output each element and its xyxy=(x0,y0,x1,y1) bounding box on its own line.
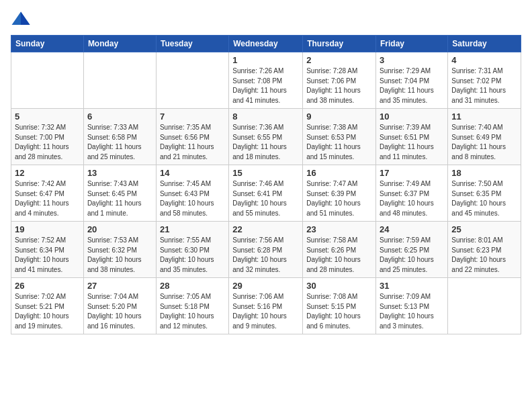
day-number: 15 xyxy=(232,168,299,178)
day-number: 2 xyxy=(306,55,372,65)
day-number: 28 xyxy=(160,281,225,291)
day-info: Sunrise: 7:40 AMSunset: 6:49 PMDaylight:… xyxy=(451,123,517,162)
day-info: Sunrise: 7:46 AMSunset: 6:41 PMDaylight:… xyxy=(232,179,299,218)
calendar-cell: 1Sunrise: 7:26 AMSunset: 7:08 PMDaylight… xyxy=(229,52,303,109)
calendar-cell: 30Sunrise: 7:08 AMSunset: 5:15 PMDayligh… xyxy=(303,278,376,334)
weekday-header-wednesday: Wednesday xyxy=(229,36,303,52)
day-number: 19 xyxy=(15,224,80,234)
week-row-4: 19Sunrise: 7:52 AMSunset: 6:34 PMDayligh… xyxy=(11,222,521,278)
calendar-cell xyxy=(83,52,156,109)
calendar-cell: 26Sunrise: 7:02 AMSunset: 5:21 PMDayligh… xyxy=(11,278,84,334)
day-info: Sunrise: 7:35 AMSunset: 6:56 PMDaylight:… xyxy=(160,123,225,162)
day-number: 14 xyxy=(160,168,225,178)
day-number: 1 xyxy=(232,55,299,65)
weekday-header-row: SundayMondayTuesdayWednesdayThursdayFrid… xyxy=(11,36,521,52)
day-info: Sunrise: 7:06 AMSunset: 5:16 PMDaylight:… xyxy=(232,292,299,331)
weekday-header-sunday: Sunday xyxy=(11,36,84,52)
day-number: 13 xyxy=(87,168,152,178)
day-number: 21 xyxy=(160,224,225,234)
weekday-header-friday: Friday xyxy=(376,36,448,52)
day-info: Sunrise: 7:56 AMSunset: 6:28 PMDaylight:… xyxy=(232,236,299,275)
day-info: Sunrise: 7:29 AMSunset: 7:04 PMDaylight:… xyxy=(380,66,444,105)
week-row-3: 12Sunrise: 7:42 AMSunset: 6:47 PMDayligh… xyxy=(11,165,521,222)
weekday-header-saturday: Saturday xyxy=(448,36,521,52)
day-info: Sunrise: 7:49 AMSunset: 6:37 PMDaylight:… xyxy=(380,179,444,218)
page-header xyxy=(11,11,521,27)
weekday-header-tuesday: Tuesday xyxy=(156,36,228,52)
calendar-cell xyxy=(11,52,84,109)
day-info: Sunrise: 7:43 AMSunset: 6:45 PMDaylight:… xyxy=(87,179,152,218)
day-number: 24 xyxy=(380,224,444,234)
day-number: 30 xyxy=(306,281,372,291)
day-number: 3 xyxy=(380,55,444,65)
calendar-cell: 6Sunrise: 7:33 AMSunset: 6:58 PMDaylight… xyxy=(83,109,156,165)
calendar-cell: 15Sunrise: 7:46 AMSunset: 6:41 PMDayligh… xyxy=(229,165,303,222)
week-row-2: 5Sunrise: 7:32 AMSunset: 7:00 PMDaylight… xyxy=(11,109,521,165)
calendar-cell: 12Sunrise: 7:42 AMSunset: 6:47 PMDayligh… xyxy=(11,165,84,222)
day-number: 9 xyxy=(306,111,372,122)
day-info: Sunrise: 7:32 AMSunset: 7:00 PMDaylight:… xyxy=(15,123,80,162)
calendar-cell: 2Sunrise: 7:28 AMSunset: 7:06 PMDaylight… xyxy=(303,52,376,109)
day-info: Sunrise: 7:55 AMSunset: 6:30 PMDaylight:… xyxy=(160,236,225,275)
calendar-cell: 19Sunrise: 7:52 AMSunset: 6:34 PMDayligh… xyxy=(11,222,84,278)
calendar-cell: 13Sunrise: 7:43 AMSunset: 6:45 PMDayligh… xyxy=(83,165,156,222)
day-number: 17 xyxy=(380,168,444,178)
calendar-cell: 29Sunrise: 7:06 AMSunset: 5:16 PMDayligh… xyxy=(229,278,303,334)
day-info: Sunrise: 7:31 AMSunset: 7:02 PMDaylight:… xyxy=(451,66,517,105)
calendar-cell: 20Sunrise: 7:53 AMSunset: 6:32 PMDayligh… xyxy=(83,222,156,278)
day-number: 29 xyxy=(232,281,299,291)
calendar-cell: 25Sunrise: 8:01 AMSunset: 6:23 PMDayligh… xyxy=(448,222,521,278)
calendar-cell: 31Sunrise: 7:09 AMSunset: 5:13 PMDayligh… xyxy=(376,278,448,334)
calendar-cell: 11Sunrise: 7:40 AMSunset: 6:49 PMDayligh… xyxy=(448,109,521,165)
day-info: Sunrise: 7:08 AMSunset: 5:15 PMDaylight:… xyxy=(306,292,372,331)
svg-marker-1 xyxy=(21,12,30,26)
week-row-1: 1Sunrise: 7:26 AMSunset: 7:08 PMDaylight… xyxy=(11,52,521,109)
day-info: Sunrise: 7:02 AMSunset: 5:21 PMDaylight:… xyxy=(15,292,80,331)
day-info: Sunrise: 7:26 AMSunset: 7:08 PMDaylight:… xyxy=(232,66,299,105)
day-info: Sunrise: 7:52 AMSunset: 6:34 PMDaylight:… xyxy=(15,236,80,275)
day-number: 4 xyxy=(451,55,517,65)
day-number: 7 xyxy=(160,111,225,122)
day-info: Sunrise: 7:53 AMSunset: 6:32 PMDaylight:… xyxy=(87,236,152,275)
calendar-cell: 24Sunrise: 7:59 AMSunset: 6:25 PMDayligh… xyxy=(376,222,448,278)
day-info: Sunrise: 7:05 AMSunset: 5:18 PMDaylight:… xyxy=(160,292,225,331)
day-number: 12 xyxy=(15,168,80,178)
day-number: 16 xyxy=(306,168,372,178)
day-number: 26 xyxy=(15,281,80,291)
calendar-cell: 28Sunrise: 7:05 AMSunset: 5:18 PMDayligh… xyxy=(156,278,228,334)
day-info: Sunrise: 7:47 AMSunset: 6:39 PMDaylight:… xyxy=(306,179,372,218)
week-row-5: 26Sunrise: 7:02 AMSunset: 5:21 PMDayligh… xyxy=(11,278,521,334)
logo xyxy=(11,11,34,27)
day-info: Sunrise: 7:04 AMSunset: 5:20 PMDaylight:… xyxy=(87,292,152,331)
calendar-cell: 14Sunrise: 7:45 AMSunset: 6:43 PMDayligh… xyxy=(156,165,228,222)
calendar-cell: 18Sunrise: 7:50 AMSunset: 6:35 PMDayligh… xyxy=(448,165,521,222)
day-info: Sunrise: 7:59 AMSunset: 6:25 PMDaylight:… xyxy=(380,236,444,275)
calendar-cell: 23Sunrise: 7:58 AMSunset: 6:26 PMDayligh… xyxy=(303,222,376,278)
logo-icon xyxy=(11,11,31,27)
calendar-cell: 8Sunrise: 7:36 AMSunset: 6:55 PMDaylight… xyxy=(229,109,303,165)
day-info: Sunrise: 7:42 AMSunset: 6:47 PMDaylight:… xyxy=(15,179,80,218)
day-number: 22 xyxy=(232,224,299,234)
calendar-cell: 16Sunrise: 7:47 AMSunset: 6:39 PMDayligh… xyxy=(303,165,376,222)
calendar-cell xyxy=(448,278,521,334)
day-number: 8 xyxy=(232,111,299,122)
day-number: 25 xyxy=(451,224,517,234)
calendar-cell: 7Sunrise: 7:35 AMSunset: 6:56 PMDaylight… xyxy=(156,109,228,165)
calendar-cell: 4Sunrise: 7:31 AMSunset: 7:02 PMDaylight… xyxy=(448,52,521,109)
day-info: Sunrise: 7:28 AMSunset: 7:06 PMDaylight:… xyxy=(306,66,372,105)
day-info: Sunrise: 7:09 AMSunset: 5:13 PMDaylight:… xyxy=(380,292,444,331)
weekday-header-thursday: Thursday xyxy=(303,36,376,52)
calendar-cell: 22Sunrise: 7:56 AMSunset: 6:28 PMDayligh… xyxy=(229,222,303,278)
day-info: Sunrise: 8:01 AMSunset: 6:23 PMDaylight:… xyxy=(451,236,517,275)
calendar-cell: 27Sunrise: 7:04 AMSunset: 5:20 PMDayligh… xyxy=(83,278,156,334)
day-number: 6 xyxy=(87,111,152,122)
day-info: Sunrise: 7:58 AMSunset: 6:26 PMDaylight:… xyxy=(306,236,372,275)
calendar-table: SundayMondayTuesdayWednesdayThursdayFrid… xyxy=(11,35,521,334)
day-number: 23 xyxy=(306,224,372,234)
day-number: 11 xyxy=(451,111,517,122)
day-info: Sunrise: 7:39 AMSunset: 6:51 PMDaylight:… xyxy=(380,123,444,162)
day-info: Sunrise: 7:50 AMSunset: 6:35 PMDaylight:… xyxy=(451,179,517,218)
day-info: Sunrise: 7:45 AMSunset: 6:43 PMDaylight:… xyxy=(160,179,225,218)
day-number: 27 xyxy=(87,281,152,291)
weekday-header-monday: Monday xyxy=(83,36,156,52)
